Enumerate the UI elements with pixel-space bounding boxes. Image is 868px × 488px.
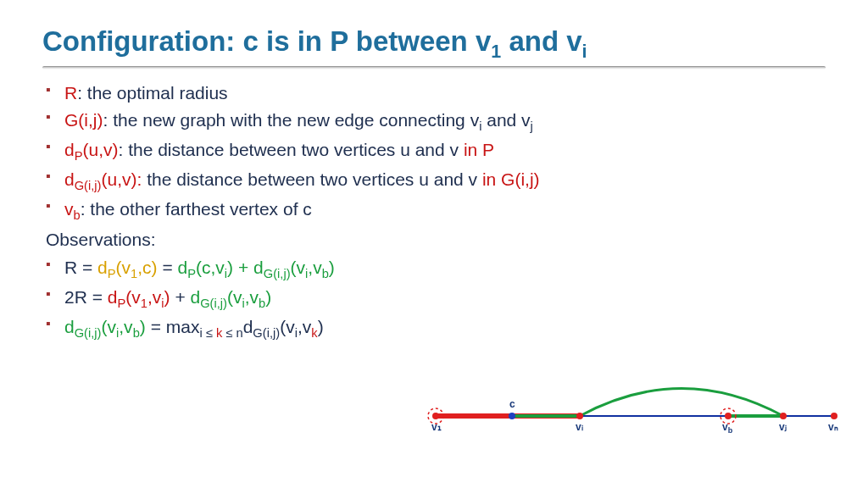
label-v1: v₁: [431, 421, 442, 433]
rhs: dG(i,j)(vi,vk): [243, 317, 324, 336]
term: vb: [64, 199, 81, 219]
term: dG(i,j)(u,v):: [64, 169, 142, 189]
eq-r: R = dP(v1,c) = dP(c,vi) + dG(i,j)(vi,vb): [42, 254, 826, 284]
label-vn: vₙ: [828, 421, 838, 433]
slide-root: Configuration: c is in P between v1 and …: [0, 0, 868, 488]
dot-vn: [831, 413, 837, 419]
term: G(i,j): [64, 110, 103, 130]
dot-vj: [780, 413, 787, 419]
green-part: dP(c,vi) + dG(i,j)(vi,vb): [178, 258, 335, 277]
suffix: in G(i,j): [482, 169, 540, 189]
def-text: : the optimal radius: [77, 83, 227, 103]
term: R: [64, 83, 77, 103]
max-subscript: i ≤ k ≤ n: [199, 326, 242, 340]
bullet-r: R: the optimal radius: [42, 80, 826, 108]
def-text: : the other farthest vertex of c: [81, 199, 312, 219]
dot-vi: [576, 413, 583, 419]
def-text: : the distance between two vertices u an…: [118, 140, 463, 159]
dot-c: [509, 413, 515, 419]
slide-title: Configuration: c is in P between v1 and …: [42, 25, 826, 63]
bullet-vb: vb: the other farthest vertex of c: [42, 196, 826, 225]
bullet-dgij: dG(i,j)(u,v): the distance between two v…: [42, 166, 826, 196]
sub-j: j: [531, 119, 533, 133]
bullet-dp: dP(u,v): the distance between two vertic…: [42, 136, 826, 166]
label-vi: vᵢ: [576, 421, 583, 433]
dot-v1: [432, 413, 439, 419]
equations-list: R = dP(v1,c) = dP(c,vi) + dG(i,j)(vi,vb)…: [42, 254, 826, 343]
label-vj: vⱼ: [779, 421, 787, 433]
title-text-mid: and v: [501, 25, 581, 57]
def-text: the distance between two vertices u and …: [142, 169, 482, 189]
diagram-svg: v₁ c vᵢ vb vⱼ vₙ: [427, 369, 843, 437]
eq-dgij-max: dG(i,j)(vi,vb) = maxi ≤ k ≤ ndG(i,j)(vi,…: [42, 313, 826, 343]
eq-2r: 2R = dP(v1,vi) + dG(i,j)(vi,vb): [42, 284, 826, 313]
path-diagram: v₁ c vᵢ vb vⱼ vₙ: [427, 369, 843, 437]
label-c: c: [509, 398, 515, 410]
def-text-pre: : the new graph with the new edge connec…: [103, 110, 480, 130]
dot-vb: [725, 413, 732, 419]
term: dP(u,v): [64, 140, 118, 159]
title-text-pre: Configuration: c is in P between v: [42, 25, 491, 57]
red-part: dP(v1,vi): [108, 287, 170, 307]
def-text-mid: and v: [481, 110, 530, 130]
title-sub1: 1: [491, 42, 501, 62]
bullet-gij: G(i,j): the new graph with the new edge …: [42, 107, 826, 136]
title-sub2: i: [582, 42, 587, 62]
highlight-dp-v1c: dP(v1,c): [97, 258, 157, 277]
observations-heading: Observations:: [42, 225, 826, 254]
green-part: dG(i,j)(vi,vb): [190, 287, 271, 307]
label-vb: vb: [722, 421, 733, 435]
suffix: in P: [464, 140, 494, 159]
green-arc: [580, 389, 783, 417]
definitions-list: R: the optimal radius G(i,j): the new gr…: [42, 80, 826, 225]
lhs: dG(i,j)(vi,vb): [64, 317, 146, 336]
title-underline: [42, 66, 826, 69]
